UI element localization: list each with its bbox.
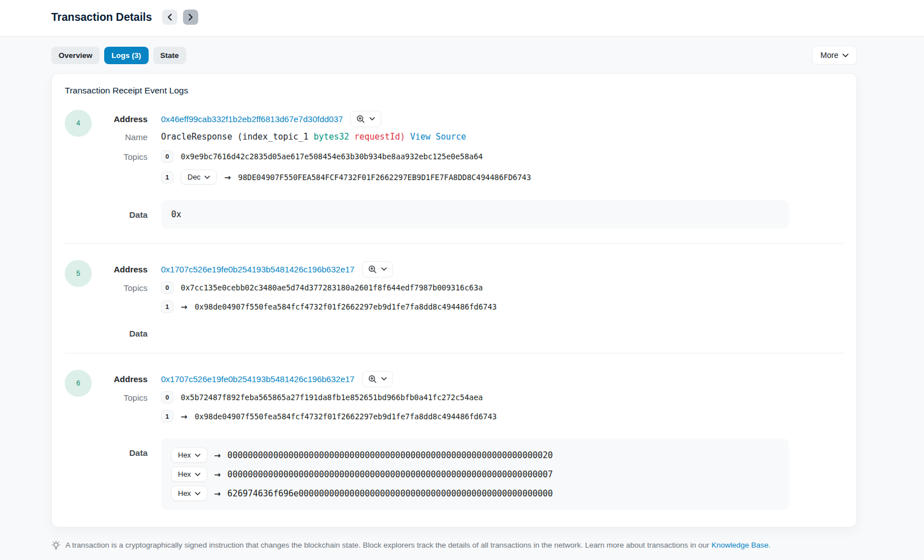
topic-encoding-select[interactable]: Dec [181, 169, 217, 185]
address-row: Address0x46eff99cab332f1b2eb2ff6813d67e7… [92, 110, 843, 128]
data-box: Hex→000000000000000000000000000000000000… [161, 438, 789, 510]
signature-segment: requestId) [349, 132, 405, 142]
event-log-entry: 6Address0x1707c526e19fe0b254193b5481426c… [65, 370, 843, 510]
tab-overview[interactable]: Overview [51, 47, 100, 64]
data-value: 626974636f696e00000000000000000000000000… [227, 489, 553, 499]
chevron-left-icon [167, 14, 172, 21]
prev-transaction-button[interactable] [162, 10, 177, 25]
topics-list: 00x5b72487f892feba565865a27f191da8fb1e85… [161, 391, 843, 429]
page-header: Transaction Details [0, 0, 924, 37]
topics-label: Topics [92, 391, 148, 402]
zoom-in-icon [368, 375, 377, 383]
next-transaction-button[interactable] [183, 10, 198, 25]
topics-label: Topics [92, 281, 148, 293]
arrow-right-icon: → [181, 412, 188, 421]
data-row: Data0x [92, 200, 843, 229]
tab-logs-3[interactable]: Logs (3) [104, 47, 149, 64]
card-title: Transaction Receipt Event Logs [65, 86, 843, 96]
log-divider [65, 353, 843, 353]
page-title: Transaction Details [51, 11, 152, 24]
topic-line: 1→0x98de04907f550fea584fcf4732f01f266229… [161, 301, 843, 313]
footer-text: A transaction is a cryptographically sig… [65, 540, 770, 551]
chevron-down-icon [369, 117, 375, 120]
topic-line: 00x7cc135e0cebb02c3480ae5d74d377283180a2… [161, 281, 843, 294]
address-lookup-button[interactable] [350, 111, 381, 127]
topic-line: 1Dec→98DE04907F550FEA584FCF4732F01F26622… [161, 169, 843, 185]
address-row: Address0x1707c526e19fe0b254193b5481426c1… [92, 370, 843, 388]
topic-value: 0x9e9bc7616d42c2835d05ae617e508454e63b30… [181, 152, 483, 161]
data-encoding-select[interactable]: Hex [171, 486, 207, 501]
data-line: Hex→000000000000000000000000000000000000… [171, 467, 779, 482]
event-log-entry: 5Address0x1707c526e19fe0b254193b5481426c… [65, 260, 843, 338]
topic-index-badge: 0 [161, 281, 173, 294]
address-link[interactable]: 0x1707c526e19fe0b254193b5481426c196b632e… [161, 374, 355, 384]
address-lookup-button[interactable] [362, 261, 393, 277]
topics-row: Topics00x5b72487f892feba565865a27f191da8… [92, 391, 843, 429]
more-button[interactable]: More [812, 46, 857, 65]
lightbulb-icon [51, 540, 61, 550]
data-encoding-select[interactable]: Hex [171, 447, 207, 463]
address-link[interactable]: 0x46eff99cab332f1b2eb2ff6813d67e7d30fdd0… [161, 114, 343, 124]
view-source-link[interactable]: View Source [405, 132, 466, 142]
topics-label: Topics [92, 150, 148, 162]
topic-encoding-value: Dec [188, 173, 200, 181]
data-line: Hex→626974636f696e0000000000000000000000… [171, 486, 779, 501]
chevron-down-icon [381, 267, 387, 271]
event-signature: OracleResponse (index_topic_1 bytes32 re… [161, 132, 843, 142]
chevron-down-icon [195, 492, 200, 495]
more-button-label: More [820, 51, 838, 60]
address-link[interactable]: 0x1707c526e19fe0b254193b5481426c196b632e… [161, 265, 355, 274]
data-box: 0x [161, 200, 789, 229]
knowledge-base-link[interactable]: Knowledge Base [711, 541, 768, 549]
data-label: Data [92, 329, 148, 338]
tab-state[interactable]: State [153, 47, 186, 64]
topic-value: 0x7cc135e0cebb02c3480ae5d74d377283180a26… [181, 283, 483, 292]
chevron-down-icon [842, 53, 849, 57]
address-row: Address0x1707c526e19fe0b254193b5481426c1… [92, 260, 843, 278]
event-logs-card: Transaction Receipt Event Logs 4Address0… [51, 73, 857, 527]
name-row: NameOracleResponse (index_topic_1 bytes3… [92, 132, 843, 142]
log-rows: Address0x1707c526e19fe0b254193b5481426c1… [92, 260, 843, 338]
footer-note: A transaction is a cryptographically sig… [0, 540, 924, 551]
address-content: 0x1707c526e19fe0b254193b5481426c196b632e… [161, 261, 843, 277]
log-badge-column: 6 [65, 370, 92, 510]
arrow-right-icon: → [214, 470, 221, 479]
log-divider [65, 243, 843, 244]
chevron-down-icon [204, 176, 210, 179]
chevron-down-icon [381, 377, 387, 380]
log-index-badge: 6 [65, 370, 92, 397]
topic-line: 00x5b72487f892feba565865a27f191da8fb1e85… [161, 391, 843, 404]
data-value: 0000000000000000000000000000000000000000… [227, 450, 553, 460]
data-encoding-value: Hex [178, 489, 191, 498]
topic-value: 0x98de04907f550fea584fcf4732f01f2662297e… [195, 412, 497, 421]
address-label: Address [92, 114, 148, 124]
topic-index-badge: 1 [161, 301, 173, 313]
name-label: Name [92, 132, 148, 142]
topic-line: 00x9e9bc7616d42c2835d05ae617e508454e63b3… [161, 150, 843, 163]
data-label: Data [92, 200, 148, 219]
data-value: 0x [171, 209, 181, 219]
signature-segment: OracleResponse (index_topic_1 [161, 132, 314, 142]
address-content: 0x1707c526e19fe0b254193b5481426c196b632e… [161, 371, 843, 387]
data-value: 0000000000000000000000000000000000000000… [227, 469, 553, 480]
arrow-right-icon: → [214, 489, 221, 498]
arrow-right-icon: → [224, 173, 231, 182]
data-encoding-select[interactable]: Hex [171, 467, 207, 482]
topics-row: Topics00x7cc135e0cebb02c3480ae5d74d37728… [92, 281, 843, 320]
data-line: 0x [171, 209, 779, 219]
data-label: Data [92, 438, 148, 458]
log-badge-column: 4 [65, 110, 92, 229]
address-lookup-button[interactable] [362, 371, 393, 387]
data-encoding-value: Hex [178, 451, 191, 459]
topic-value: 98DE04907F550FEA584FCF4732F01F2662297EB9… [238, 173, 531, 182]
log-rows: Address0x1707c526e19fe0b254193b5481426c1… [92, 370, 843, 510]
chevron-right-icon [188, 14, 193, 21]
data-row: DataHex→00000000000000000000000000000000… [92, 438, 843, 510]
chevron-down-icon [195, 473, 200, 476]
topic-line: 1→0x98de04907f550fea584fcf4732f01f266229… [161, 410, 843, 423]
data-row: Data [92, 329, 843, 338]
topic-value: 0x98de04907f550fea584fcf4732f01f2662297e… [195, 302, 497, 311]
data-line: Hex→000000000000000000000000000000000000… [171, 447, 779, 463]
topics-list: 00x9e9bc7616d42c2835d05ae617e508454e63b3… [161, 150, 843, 191]
tab-bar-row: OverviewLogs (3)State More [51, 46, 857, 65]
